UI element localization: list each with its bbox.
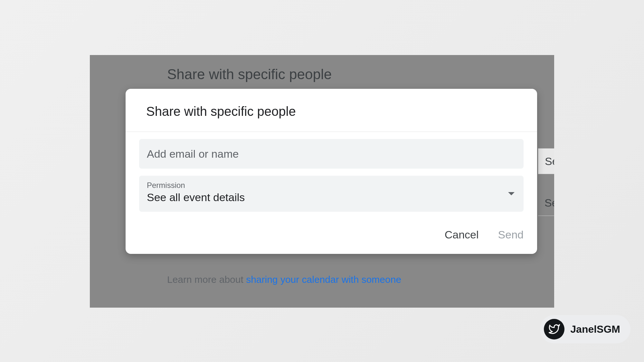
twitter-handle: JanelSGM bbox=[570, 323, 620, 335]
dialog-header: Share with specific people bbox=[126, 89, 537, 132]
background-heading: Share with specific people bbox=[167, 66, 332, 82]
permission-value: See all event details bbox=[147, 191, 245, 203]
learn-more-prefix: Learn more about bbox=[167, 274, 246, 285]
share-dialog: Share with specific people Permission Se… bbox=[126, 89, 537, 254]
twitter-icon bbox=[544, 319, 564, 339]
permission-label: Permission bbox=[147, 181, 516, 190]
chevron-down-icon bbox=[508, 192, 515, 195]
email-input[interactable] bbox=[139, 139, 524, 169]
dialog-title: Share with specific people bbox=[146, 104, 516, 119]
background-right-fragment-1: Se bbox=[538, 148, 554, 174]
permission-select[interactable]: Permission See all event details bbox=[139, 176, 524, 212]
twitter-badge[interactable]: JanelSGM bbox=[540, 315, 630, 343]
learn-more-link[interactable]: sharing your calendar with someone bbox=[246, 274, 401, 285]
dialog-footer: Cancel Send bbox=[126, 212, 537, 254]
send-button[interactable]: Send bbox=[498, 228, 524, 241]
cancel-button[interactable]: Cancel bbox=[445, 228, 479, 241]
background-learn-more: Learn more about sharing your calendar w… bbox=[167, 274, 401, 285]
background-right-fragment-2: Se bbox=[538, 190, 554, 216]
dialog-body: Permission See all event details bbox=[126, 132, 537, 212]
